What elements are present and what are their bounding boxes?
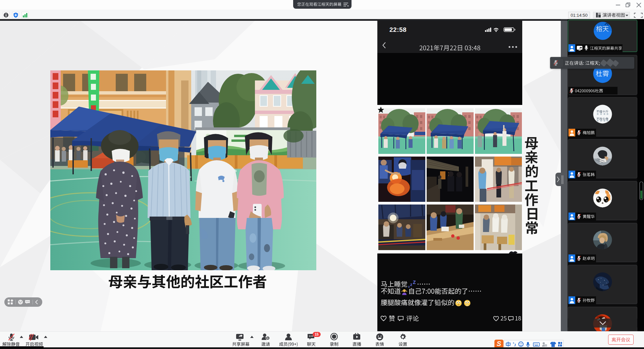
svg-text:Z: Z: [413, 281, 416, 285]
